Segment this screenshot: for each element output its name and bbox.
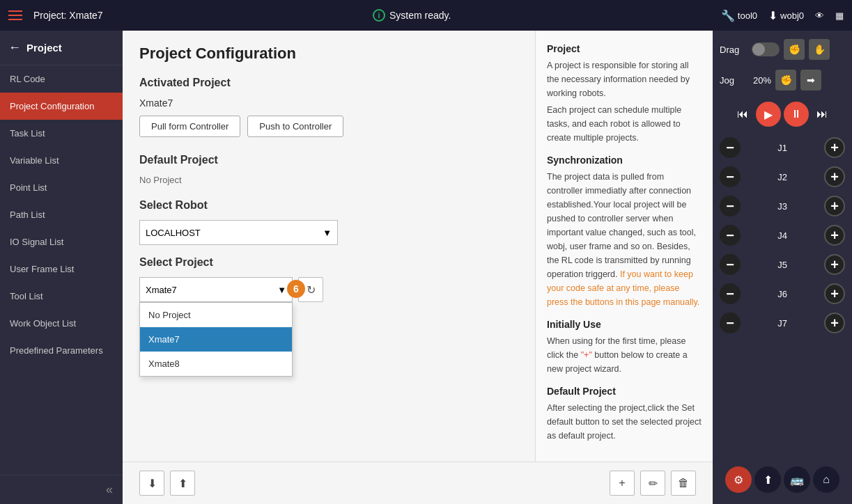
- sidebar-item-io-signal[interactable]: IO Signal List: [0, 228, 123, 255]
- jog-hand-icon-btn[interactable]: ✊: [775, 70, 796, 90]
- j3-minus-button[interactable]: −: [720, 196, 741, 216]
- push-controller-button[interactable]: Push to Controller: [247, 116, 343, 137]
- wobj-item[interactable]: ⬇ wobj0: [768, 9, 804, 22]
- tool-icon: 🔧: [721, 9, 735, 22]
- sidebar-item-variable-list[interactable]: Variable List: [0, 147, 123, 174]
- info-project-title: Project: [547, 43, 702, 54]
- joint-row-j3: − J3 +: [718, 194, 846, 219]
- pause-button[interactable]: ⏸: [784, 102, 809, 127]
- drag-hand-icon-btn[interactable]: ✊: [784, 39, 805, 60]
- sidebar-back[interactable]: ← Project: [0, 31, 123, 65]
- j6-minus-icon: −: [726, 286, 734, 302]
- sidebar: ← Project RL Code Project Configuration …: [0, 31, 123, 504]
- j5-minus-button[interactable]: −: [720, 254, 741, 275]
- edit-project-button[interactable]: ✏: [640, 471, 665, 496]
- topbar-right: 🔧 tool0 ⬇ wobj0 👁 ▦: [721, 9, 844, 22]
- dropdown-option-no-project[interactable]: No Project: [140, 303, 292, 327]
- j2-plus-button[interactable]: +: [824, 166, 845, 187]
- eye-button[interactable]: 👁: [815, 10, 824, 21]
- j1-minus-button[interactable]: −: [720, 137, 741, 158]
- robot-dropdown[interactable]: LOCALHOST ▼: [139, 220, 338, 245]
- skip-back-icon: ⏮: [737, 108, 748, 120]
- bottom-right-actions: + ✏ 🗑: [610, 471, 696, 496]
- import-icon: ⬇: [148, 477, 157, 490]
- drag-icon: ✊: [789, 44, 800, 55]
- j7-minus-button[interactable]: −: [720, 313, 741, 333]
- sidebar-item-project-config[interactable]: Project Configuration: [0, 93, 123, 120]
- j7-plus-button[interactable]: +: [824, 313, 845, 333]
- j6-plus-button[interactable]: +: [824, 283, 845, 304]
- right-control-panel: Drag ✊ ✋ Jog 20% ✊ ➡ ⏮: [713, 31, 852, 504]
- sidebar-item-task-list[interactable]: Task List: [0, 120, 123, 147]
- sidebar-item-user-frame[interactable]: User Frame List: [0, 255, 123, 283]
- import-button[interactable]: ⬇: [139, 471, 164, 496]
- vehicle-mode-button[interactable]: 🚌: [784, 466, 810, 493]
- jog-percent: 20%: [753, 75, 771, 86]
- sidebar-item-tool-list[interactable]: Tool List: [0, 283, 123, 310]
- path-mode-button[interactable]: ⬆: [754, 466, 781, 493]
- j6-label: J6: [775, 289, 789, 299]
- j3-plus-button[interactable]: +: [824, 196, 845, 216]
- drag-toggle-knob: [752, 43, 765, 56]
- jog-row: Jog 20% ✊ ➡: [718, 67, 846, 93]
- sidebar-collapse-button[interactable]: «: [0, 475, 123, 504]
- j5-minus-icon: −: [726, 257, 734, 273]
- j2-minus-button[interactable]: −: [720, 166, 741, 187]
- home-icon: ⌂: [823, 473, 830, 486]
- page-title: Project Configuration: [139, 45, 518, 63]
- dropdown-option-xmate7[interactable]: Xmate7: [140, 327, 292, 352]
- refresh-icon: ↻: [307, 283, 316, 297]
- add-icon: +: [619, 477, 625, 489]
- home-mode-button[interactable]: ⌂: [813, 466, 839, 493]
- j4-minus-button[interactable]: −: [720, 225, 741, 246]
- back-arrow-icon: ←: [8, 40, 21, 55]
- jog-arrow-icon-btn[interactable]: ➡: [800, 70, 821, 90]
- drag-row: Drag ✊ ✋: [718, 36, 846, 63]
- j1-minus-icon: −: [726, 140, 734, 156]
- dropdown-option-xmate8[interactable]: Xmate8: [140, 352, 292, 376]
- sidebar-item-predefined[interactable]: Predefined Parameters: [0, 337, 123, 364]
- grid-icon: ▦: [835, 10, 844, 21]
- j1-label: J1: [775, 143, 789, 153]
- sidebar-item-path-list[interactable]: Path List: [0, 201, 123, 228]
- play-button[interactable]: ▶: [756, 102, 781, 127]
- j5-plus-button[interactable]: +: [824, 254, 845, 275]
- j1-plus-button[interactable]: +: [824, 137, 845, 158]
- grid-button[interactable]: ▦: [835, 10, 844, 21]
- j4-plus-icon: +: [830, 228, 839, 244]
- tool-label: tool0: [738, 10, 757, 21]
- pull-controller-button[interactable]: Pull form Controller: [139, 116, 240, 137]
- palm-icon: ✋: [814, 44, 826, 55]
- j7-plus-icon: +: [830, 315, 839, 331]
- add-project-button[interactable]: +: [610, 471, 635, 496]
- jog-arrow-icon: ➡: [807, 74, 815, 86]
- drag-palm-icon-btn[interactable]: ✋: [809, 39, 830, 60]
- joint-row-j2: − J2 +: [718, 164, 846, 189]
- bottom-actions: ⬇ ⬆ + ✏ 🗑: [123, 462, 713, 504]
- info-default-title: Default Project: [547, 386, 702, 397]
- sidebar-item-point-list[interactable]: Point List: [0, 174, 123, 201]
- robot-dropdown-value: LOCALHOST: [146, 228, 201, 238]
- robot-dropdown-arrow-icon: ▼: [323, 228, 332, 238]
- robot-icon: ⚙: [734, 473, 743, 487]
- status-text: System ready.: [389, 10, 451, 21]
- tool-item[interactable]: 🔧 tool0: [721, 9, 757, 22]
- export-button[interactable]: ⬆: [170, 471, 195, 496]
- sidebar-item-work-object[interactable]: Work Object List: [0, 310, 123, 337]
- wobj-label: wobj0: [780, 10, 804, 21]
- project-dropdown[interactable]: Xmate7 ▼: [139, 277, 293, 302]
- activated-project-title: Activated Project: [139, 77, 518, 89]
- hamburger-menu[interactable]: [8, 10, 22, 20]
- info-project-text2: Each project can schedule multiple tasks…: [547, 103, 702, 145]
- drag-toggle[interactable]: [752, 42, 780, 56]
- status-center: i System ready.: [103, 9, 721, 22]
- joint-row-j7: − J7 +: [718, 310, 846, 336]
- j6-minus-button[interactable]: −: [720, 283, 741, 304]
- skip-back-button[interactable]: ⏮: [732, 104, 753, 125]
- content-area: Project Configuration Activated Project …: [123, 31, 713, 504]
- sidebar-item-rl-code[interactable]: RL Code: [0, 65, 123, 93]
- skip-forward-button[interactable]: ⏭: [812, 104, 832, 125]
- robot-mode-button[interactable]: ⚙: [725, 466, 752, 493]
- delete-project-button[interactable]: 🗑: [671, 471, 696, 496]
- j4-plus-button[interactable]: +: [824, 225, 845, 246]
